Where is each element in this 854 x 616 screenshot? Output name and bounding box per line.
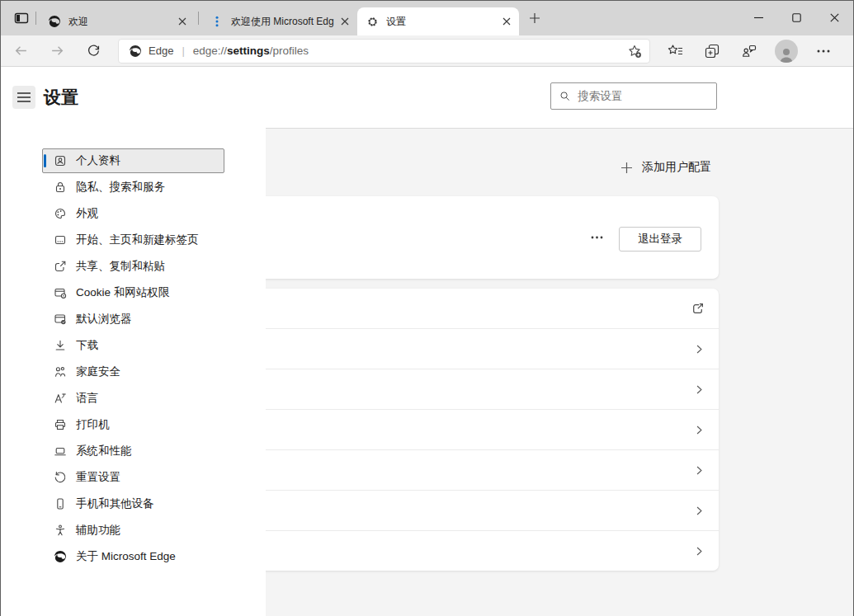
star-add-icon xyxy=(627,44,642,59)
browser-toolbar: Edge | edge://settings/profiles xyxy=(1,35,853,67)
gear-icon xyxy=(366,15,379,28)
url-text: edge://settings/profiles xyxy=(193,45,309,57)
tab-title: 设置 xyxy=(386,15,499,29)
tab-welcome[interactable]: 欢迎 xyxy=(40,7,195,35)
sidebar-item-share-copy-paste[interactable]: 共享、复制和粘贴 xyxy=(42,254,224,279)
minimize-icon xyxy=(754,13,763,22)
profile-more-button[interactable] xyxy=(587,228,606,247)
tab-title: 欢迎使用 Microsoft Edg xyxy=(231,15,337,29)
page-title: 设置 xyxy=(44,85,78,110)
browser-window: 欢迎 欢迎使用 Microsoft Edg 设置 xyxy=(0,0,854,616)
add-profile-button[interactable]: 添加用户配置 xyxy=(620,160,711,175)
hamburger-icon xyxy=(17,92,31,102)
favorites-star-list-icon xyxy=(668,44,683,58)
tab-close-button[interactable] xyxy=(175,14,190,29)
sidebar-item-default-browser[interactable]: 默认浏览器 xyxy=(42,307,224,332)
forward-button[interactable] xyxy=(45,40,68,63)
close-icon xyxy=(830,13,839,22)
sidebar-item-label: 关于 Microsoft Edge xyxy=(76,549,176,564)
profile-avatar[interactable] xyxy=(775,40,798,63)
maximize-button[interactable] xyxy=(777,1,815,34)
site-label: Edge xyxy=(149,45,173,57)
family-icon xyxy=(54,365,67,379)
sidebar-item-languages[interactable]: 语言 xyxy=(42,386,224,411)
settings-search-box[interactable] xyxy=(550,82,717,110)
site-chip: Edge xyxy=(129,45,173,58)
sign-out-button[interactable]: 退出登录 xyxy=(619,227,701,252)
edge-logo-icon xyxy=(54,550,67,563)
more-horizontal-icon xyxy=(591,236,603,239)
back-button[interactable] xyxy=(9,40,32,63)
chevron-right-icon xyxy=(694,465,705,476)
sidebar-item-label: 辅助功能 xyxy=(76,523,120,538)
lock-icon xyxy=(54,181,67,194)
tab-actions-menu-button[interactable] xyxy=(11,7,32,29)
sidebar-item-system-performance[interactable]: 系统和性能 xyxy=(42,439,224,463)
new-tab-button[interactable] xyxy=(524,7,545,29)
sidebar-item-label: 开始、主页和新建标签页 xyxy=(76,233,199,247)
favorites-button[interactable] xyxy=(663,40,687,63)
tab-settings[interactable]: 设置 xyxy=(357,7,519,35)
sidebar-item-downloads[interactable]: 下载 xyxy=(42,333,224,358)
printer-icon xyxy=(54,418,67,431)
sidebar-item-label: Cookie 和网站权限 xyxy=(76,285,169,300)
sidebar-item-about-edge[interactable]: 关于 Microsoft Edge xyxy=(42,544,224,569)
laptop-icon xyxy=(54,444,67,458)
add-profile-label: 添加用户配置 xyxy=(642,160,711,175)
tab-separator xyxy=(198,12,199,25)
collections-button[interactable] xyxy=(701,40,724,63)
tab-actions-icon xyxy=(14,12,29,25)
tab-close-button[interactable] xyxy=(337,14,352,29)
sidebar-item-label: 默认浏览器 xyxy=(76,312,132,327)
profile-icon xyxy=(54,154,67,167)
sidebar-item-accessibility[interactable]: 辅助功能 xyxy=(42,518,224,543)
settings-more-button[interactable] xyxy=(812,40,835,63)
settings-nav: 个人资料 隐私、搜索和服务 外观 开始、主页和新建标签页 共享、复制和粘贴 xyxy=(42,148,224,571)
search-settings-input[interactable] xyxy=(578,90,708,102)
palette-icon xyxy=(54,207,67,220)
sidebar-item-reset-settings[interactable]: 重置设置 xyxy=(42,465,224,490)
chevron-right-icon xyxy=(694,425,705,435)
close-window-button[interactable] xyxy=(815,1,853,34)
sidebar-item-phone-devices[interactable]: 手机和其他设备 xyxy=(42,491,224,516)
chevron-right-icon xyxy=(694,505,705,516)
refresh-button[interactable] xyxy=(82,40,105,63)
minimize-button[interactable] xyxy=(739,1,777,34)
forward-arrow-icon xyxy=(50,44,64,58)
sidebar-item-start-home-newtabs[interactable]: 开始、主页和新建标签页 xyxy=(42,228,224,252)
sidebar-item-privacy[interactable]: 隐私、搜索和服务 xyxy=(42,175,224,200)
feedback-button[interactable] xyxy=(738,40,761,63)
sidebar-item-family-safety[interactable]: 家庭安全 xyxy=(42,360,224,384)
sidebar-item-cookies-permissions[interactable]: Cookie 和网站权限 xyxy=(42,280,224,305)
reset-icon xyxy=(54,471,67,484)
add-favorite-button[interactable] xyxy=(624,40,645,62)
sidebar-item-label: 个人资料 xyxy=(76,153,120,168)
back-arrow-icon xyxy=(14,44,28,58)
sidebar-item-profiles[interactable]: 个人资料 xyxy=(42,148,224,173)
sidebar-item-appearance[interactable]: 外观 xyxy=(42,201,224,226)
tab-welcome-edge[interactable]: 欢迎使用 Microsoft Edg xyxy=(202,7,357,35)
sidebar-item-label: 系统和性能 xyxy=(76,444,132,458)
collections-icon xyxy=(705,44,720,59)
phone-icon xyxy=(54,497,67,510)
address-bar[interactable]: Edge | edge://settings/profiles xyxy=(118,39,650,63)
avatar-person-icon xyxy=(777,46,795,63)
sidebar-item-label: 语言 xyxy=(76,391,98,406)
tab-title: 欢迎 xyxy=(68,15,175,29)
sidebar-item-label: 打印机 xyxy=(76,417,110,432)
accessibility-icon xyxy=(54,524,67,537)
plus-icon xyxy=(620,162,633,174)
refresh-icon xyxy=(87,44,101,58)
blue-dots-favicon-icon xyxy=(210,15,224,28)
tab-close-button[interactable] xyxy=(499,14,514,29)
sidebar-item-printers[interactable]: 打印机 xyxy=(42,412,224,437)
menu-toggle-button[interactable] xyxy=(12,86,35,109)
settings-page: 添加用户配置 退出登录 xyxy=(1,67,853,616)
maximize-icon xyxy=(792,13,801,22)
start-page-icon xyxy=(54,233,67,247)
sidebar-item-label: 家庭安全 xyxy=(76,364,120,379)
tab-strip: 欢迎 欢迎使用 Microsoft Edg 设置 xyxy=(1,1,853,35)
cookie-permissions-icon xyxy=(54,286,67,299)
chip-separator: | xyxy=(182,45,184,57)
chevron-right-icon xyxy=(694,546,705,557)
